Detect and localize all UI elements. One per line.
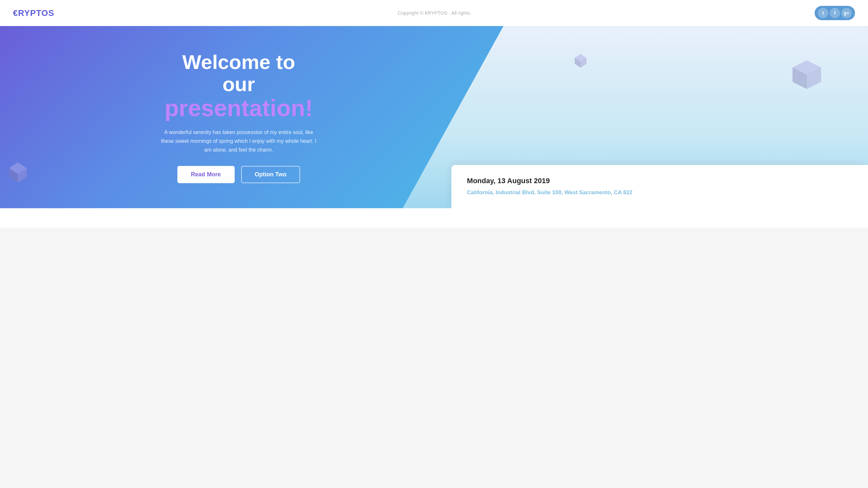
twitter-icon[interactable]: t xyxy=(818,8,828,18)
cube-right-big xyxy=(789,59,825,94)
info-card: Monday, 13 August 2019 California, Indus… xyxy=(452,165,868,208)
header: €RYPTOS Copyright © €RYPTOS . All rights… xyxy=(0,0,868,26)
logo: €RYPTOS xyxy=(13,8,54,18)
hero-title-line2: our xyxy=(222,73,255,95)
read-more-button[interactable]: Read More xyxy=(177,166,235,183)
hero-buttons: Read More Option Two xyxy=(177,166,301,183)
googleplus-icon[interactable]: g+ xyxy=(841,8,852,18)
hero-description: A wonderful serenity has taken possessio… xyxy=(160,128,317,155)
copyright-text: Copyright © €RYPTOS . All rights. xyxy=(398,9,471,17)
facebook-icon[interactable]: f xyxy=(830,8,840,18)
option-two-button[interactable]: Option Two xyxy=(241,166,301,183)
event-date: Monday, 13 August 2019 xyxy=(467,177,852,185)
social-icons-group: t f g+ xyxy=(815,6,855,20)
event-address: California, Industrial Blvd, Suite 100, … xyxy=(467,188,852,197)
hero-title-line1: Welcome to xyxy=(182,51,295,73)
hero-title-line3: presentation! xyxy=(164,95,313,121)
cube-right-top xyxy=(571,52,590,72)
hero-section: Welcome to our presentation! A wonderful… xyxy=(0,26,868,208)
bottom-area: 3 xyxy=(0,208,868,228)
hero-content: Welcome to our presentation! A wonderful… xyxy=(0,26,477,208)
